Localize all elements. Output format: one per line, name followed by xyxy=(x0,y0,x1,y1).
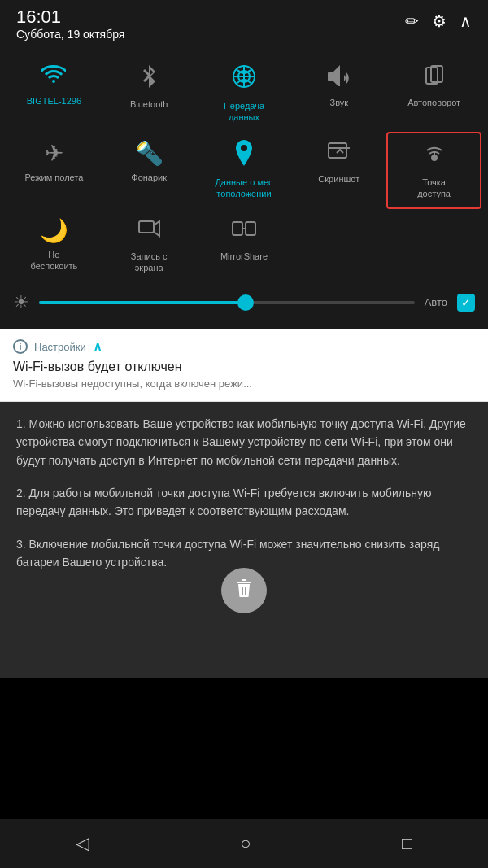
main-content: 1. Можно использовать Ваше устройство ка… xyxy=(0,402,488,678)
qs-item-bluetooth[interactable]: Bluetooth xyxy=(102,55,197,132)
flashlight-icon: 🔦 xyxy=(135,140,163,167)
qs-item-mirrorshare[interactable]: MirrorShare xyxy=(197,209,292,282)
notif-body: Wi-Fi-вызовы недоступны, когда включен р… xyxy=(13,377,475,390)
qs-screenshot-label: Скриншот xyxy=(318,173,359,185)
recents-button[interactable]: □ xyxy=(394,825,420,862)
qs-item-airplane[interactable]: ✈ Режим полета xyxy=(7,132,102,210)
qs-flashlight-label: Фонарик xyxy=(131,172,167,183)
qs-item-data[interactable]: Передачаданных xyxy=(197,55,292,132)
qs-data-label: Передачаданных xyxy=(224,100,264,124)
location-icon xyxy=(233,140,255,172)
screenrecord-icon xyxy=(137,217,160,246)
notif-title: Wi-Fi-вызов будет отключен xyxy=(13,360,475,374)
screenshot-icon xyxy=(327,140,351,168)
svg-rect-4 xyxy=(329,143,346,158)
qs-dnd-label: Небеспокоить xyxy=(30,249,77,273)
qs-bluetooth-label: Bluetooth xyxy=(130,98,168,110)
collapse-icon[interactable]: ∧ xyxy=(460,11,472,31)
svg-rect-8 xyxy=(246,222,255,235)
qs-item-hotspot[interactable]: Точкадоступа xyxy=(386,132,481,210)
airplane-icon: ✈ xyxy=(45,140,63,167)
status-date: Суббота, 19 октября xyxy=(16,28,124,41)
mirrorshare-icon xyxy=(232,217,256,246)
qs-item-location[interactable]: Данные о местоположении xyxy=(197,132,292,210)
sound-icon xyxy=(327,63,351,92)
home-button[interactable]: ○ xyxy=(232,825,259,862)
qs-item-screenshot[interactable]: Скриншот xyxy=(291,132,386,210)
autorotate-icon xyxy=(422,63,447,92)
qs-hotspot-label: Точкадоступа xyxy=(417,177,451,200)
hotspot-icon xyxy=(422,142,447,172)
qs-item-screenrecord[interactable]: Запись сэкрана xyxy=(102,209,197,282)
qs-screenrecord-label: Запись сэкрана xyxy=(131,251,168,274)
qs-item-flashlight[interactable]: 🔦 Фонарик xyxy=(102,132,197,210)
delete-icon xyxy=(234,577,254,604)
qs-wifi-label: BIGTEL-1296 xyxy=(27,95,81,107)
qs-sound-label: Звук xyxy=(330,97,349,108)
brightness-icon: ☀ xyxy=(13,292,29,313)
svg-rect-7 xyxy=(233,222,242,235)
qs-grid: BIGTEL-1296 Bluetooth Передачаданных xyxy=(0,52,488,286)
settings-icon[interactable]: ⚙ xyxy=(432,11,447,31)
nav-bar: ◁ ○ □ xyxy=(0,819,488,868)
status-time: 16:01 xyxy=(16,8,124,26)
qs-location-label: Данные о местоположении xyxy=(215,177,272,200)
main-paragraph-2: 2. Для работы мобильной точки доступа Wi… xyxy=(16,484,472,521)
brightness-auto-label: Авто xyxy=(425,296,447,308)
svg-rect-6 xyxy=(139,221,154,233)
notif-expand-icon[interactable]: ∧ xyxy=(93,339,102,355)
status-icons: ✏ ⚙ ∧ xyxy=(405,11,472,31)
qs-airplane-label: Режим полета xyxy=(24,172,83,183)
notif-app-name: Настройки xyxy=(34,341,86,353)
qs-item-dnd[interactable]: 🌙 Небеспокоить xyxy=(7,209,102,282)
notif-header: i Настройки ∧ xyxy=(13,339,475,355)
edit-icon[interactable]: ✏ xyxy=(405,11,419,31)
qs-autorotate-label: Автоповорот xyxy=(407,97,460,108)
data-transfer-icon xyxy=(231,63,257,95)
main-paragraph-3: 3. Включение мобильной точки доступа Wi-… xyxy=(16,535,472,572)
brightness-thumb[interactable] xyxy=(237,294,254,311)
qs-item-autorotate[interactable]: Автоповорот xyxy=(386,55,481,132)
bluetooth-icon xyxy=(139,63,159,94)
qs-item-wifi[interactable]: BIGTEL-1296 xyxy=(7,55,102,132)
main-paragraph-1: 1. Можно использовать Ваше устройство ка… xyxy=(16,415,472,469)
brightness-slider[interactable] xyxy=(39,301,415,304)
back-button[interactable]: ◁ xyxy=(68,825,98,862)
qs-item-sound[interactable]: Звук xyxy=(291,55,386,132)
fab-delete-button[interactable] xyxy=(221,568,267,613)
brightness-auto-checkbox[interactable]: ✓ xyxy=(457,294,475,312)
dnd-icon: 🌙 xyxy=(40,217,68,244)
notification-card[interactable]: i Настройки ∧ Wi-Fi-вызов будет отключен… xyxy=(0,329,488,402)
notif-app-icon: i xyxy=(13,339,28,354)
qs-mirrorshare-label: MirrorShare xyxy=(220,251,268,262)
quick-settings-panel: BIGTEL-1296 Bluetooth Передачаданных xyxy=(0,46,488,329)
status-bar: 16:01 Суббота, 19 октября ✏ ⚙ ∧ xyxy=(0,0,488,46)
brightness-row: ☀ Авто ✓ xyxy=(0,286,488,320)
brightness-fill xyxy=(39,301,246,304)
wifi-icon xyxy=(41,63,66,90)
